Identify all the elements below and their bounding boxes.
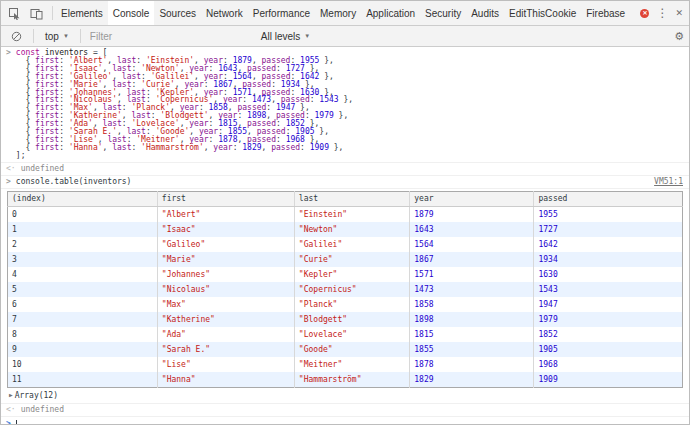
first-cell: "Ada"	[157, 327, 294, 342]
tab-network[interactable]: Network	[201, 1, 248, 25]
last-cell: "Lovelace"	[294, 327, 409, 342]
table-row: 11"Hanna""Hammarström"18291909	[8, 372, 683, 388]
index-cell: 8	[8, 327, 158, 342]
clear-console-icon[interactable]	[6, 26, 26, 46]
toolbar-divider	[33, 29, 34, 43]
year-cell: 1867	[410, 252, 534, 267]
device-toolbar-icon[interactable]	[26, 3, 46, 23]
year-cell: 1829	[410, 372, 534, 388]
console-result: <· undefined	[1, 163, 689, 176]
passed-cell: 1979	[534, 312, 683, 327]
first-cell: "Nicolaus"	[157, 282, 294, 297]
prompt-chevron-icon: >	[6, 420, 11, 424]
filter-input[interactable]	[88, 30, 253, 43]
first-cell: "Sarah E."	[157, 342, 294, 357]
log-level-label: All levels	[261, 31, 300, 42]
tab-application[interactable]: Application	[361, 1, 420, 25]
first-cell: "Lise"	[157, 357, 294, 372]
index-cell: 3	[8, 252, 158, 267]
index-cell: 5	[8, 282, 158, 297]
last-cell: "Galilei"	[294, 237, 409, 252]
column-header-index[interactable]: (index)	[8, 191, 158, 206]
passed-cell: 1955	[534, 206, 683, 222]
passed-cell: 1909	[534, 372, 683, 388]
context-selector[interactable]: top ▼	[41, 31, 73, 42]
tab-console[interactable]: Console	[108, 1, 155, 25]
passed-cell: 1934	[534, 252, 683, 267]
table-row: 5"Nicolaus""Copernicus"14731543	[8, 282, 683, 297]
last-cell: "Kepler"	[294, 267, 409, 282]
last-cell: "Einstein"	[294, 206, 409, 222]
passed-cell: 1968	[534, 357, 683, 372]
column-header-last[interactable]: last	[294, 191, 409, 206]
devtools-window: ElementsConsoleSourcesNetworkPerformance…	[0, 0, 690, 425]
passed-cell: 1642	[534, 237, 683, 252]
console-input-echo: > const inventors = [ { first: 'Albert',…	[1, 47, 689, 163]
column-header-year[interactable]: year	[410, 191, 534, 206]
table-body: 0"Albert""Einstein"187919551"Isaac""Newt…	[8, 206, 683, 387]
last-cell: "Blodgett"	[294, 312, 409, 327]
last-cell: "Newton"	[294, 222, 409, 237]
console-prompt[interactable]: >	[1, 417, 689, 424]
chevron-down-icon: ▼	[63, 33, 69, 39]
year-cell: 1898	[410, 312, 534, 327]
tab-performance[interactable]: Performance	[248, 1, 315, 25]
prompt-chevron-icon: >	[6, 49, 11, 57]
table-row: 10"Lise""Meitner"18781968	[8, 357, 683, 372]
first-cell: "Max"	[157, 297, 294, 312]
table-row: 2"Galileo""Galilei"15641642	[8, 237, 683, 252]
first-cell: "Galileo"	[157, 237, 294, 252]
tab-audits[interactable]: Audits	[466, 1, 504, 25]
toolbar-divider	[80, 29, 81, 43]
source-link[interactable]: VM51:1	[654, 178, 683, 186]
index-cell: 11	[8, 372, 158, 388]
return-value-icon: <·	[6, 406, 16, 414]
tab-sources[interactable]: Sources	[154, 1, 201, 25]
table-row: 1"Isaac""Newton"16431727	[8, 222, 683, 237]
year-cell: 1879	[410, 206, 534, 222]
last-cell: "Copernicus"	[294, 282, 409, 297]
last-cell: "Curie"	[294, 252, 409, 267]
table-row: 9"Sarah E.""Goode"18551905	[8, 342, 683, 357]
year-cell: 1815	[410, 327, 534, 342]
tab-security[interactable]: Security	[420, 1, 466, 25]
passed-cell: 1905	[534, 342, 683, 357]
table-row: 3"Marie""Curie"18671934	[8, 252, 683, 267]
year-cell: 1643	[410, 222, 534, 237]
last-cell: "Hammarström"	[294, 372, 409, 388]
first-cell: "Katherine"	[157, 312, 294, 327]
log-level-selector[interactable]: All levels ▼	[257, 31, 314, 42]
devtools-tabbar: ElementsConsoleSourcesNetworkPerformance…	[1, 1, 689, 26]
console-result-2: <· undefined	[1, 404, 689, 417]
chevron-down-icon: ▼	[304, 33, 310, 39]
passed-cell: 1852	[534, 327, 683, 342]
text-caret	[16, 420, 17, 424]
return-value-icon: <·	[6, 165, 16, 173]
year-cell: 1858	[410, 297, 534, 312]
array-summary[interactable]: ▶ Array(12)	[7, 388, 683, 400]
tab-strip: ElementsConsoleSourcesNetworkPerformance…	[56, 1, 634, 25]
more-options-icon[interactable]: ⋮	[656, 7, 668, 19]
table-row: 0"Albert""Einstein"18791955	[8, 206, 683, 222]
code-block: const inventors = [ { first: 'Albert', l…	[16, 49, 353, 160]
table-row: 6"Max""Planck"18581947	[8, 297, 683, 312]
close-devtools-icon[interactable]: ✕	[675, 8, 683, 18]
tab-elements[interactable]: Elements	[56, 1, 108, 25]
year-cell: 1855	[410, 342, 534, 357]
column-header-passed[interactable]: passed	[534, 191, 683, 206]
index-cell: 4	[8, 267, 158, 282]
tab-firebase[interactable]: Firebase	[581, 1, 630, 25]
tab-memory[interactable]: Memory	[315, 1, 361, 25]
index-cell: 2	[8, 237, 158, 252]
error-indicator-icon[interactable]: ✕	[640, 9, 649, 18]
settings-gear-icon[interactable]: ⚙	[674, 30, 684, 43]
console-toolbar: top ▼ All levels ▼ ⚙	[1, 26, 689, 47]
column-header-first[interactable]: first	[157, 191, 294, 206]
inspect-element-icon[interactable]	[4, 3, 24, 23]
tab-editthiscookie[interactable]: EditThisCookie	[504, 1, 581, 25]
first-cell: "Albert"	[157, 206, 294, 222]
first-cell: "Isaac"	[157, 222, 294, 237]
command-text: console.table(inventors)	[16, 178, 132, 186]
console-log-area[interactable]: > const inventors = [ { first: 'Albert',…	[1, 47, 689, 424]
index-cell: 9	[8, 342, 158, 357]
